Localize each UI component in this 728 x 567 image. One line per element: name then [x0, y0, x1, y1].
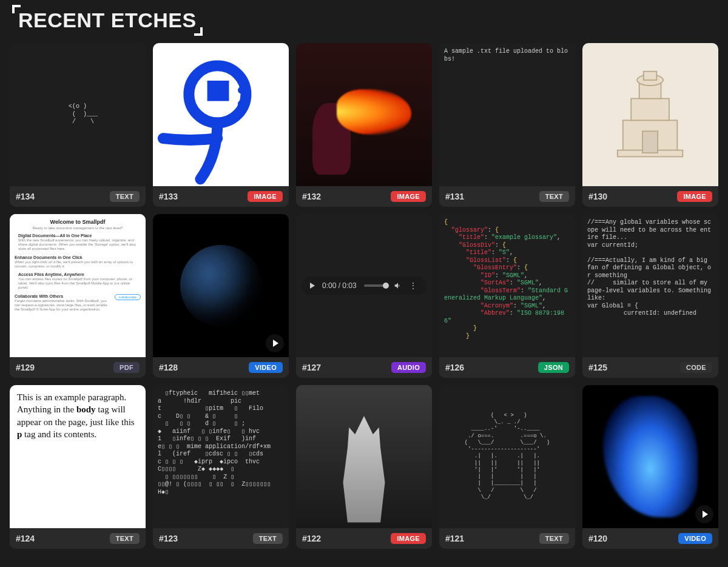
type-badge: JSON: [538, 362, 569, 373]
etch-id: #131: [445, 192, 464, 201]
more-icon[interactable]: ⋮: [410, 281, 418, 290]
type-badge: IMAGE: [248, 191, 283, 202]
text-preview: ▯ftypheic mif1heic ▯▯met a !hdlr pic t ▯…: [153, 385, 289, 528]
svg-rect-6: [632, 98, 670, 120]
etch-thumbnail: Welcome to Smallpdf Ready to take docume…: [10, 214, 146, 357]
type-badge: IMAGE: [677, 191, 712, 202]
corner-decoration-br: [194, 27, 203, 36]
etch-id: #129: [16, 363, 35, 372]
type-badge: TEXT: [539, 191, 569, 202]
etch-footer: #126 JSON: [439, 357, 575, 378]
etch-id: #124: [16, 534, 35, 543]
etch-id: #123: [159, 534, 178, 543]
etch-thumbnail: [153, 214, 289, 357]
etch-card[interactable]: #130 IMAGE: [582, 43, 718, 207]
page-title: RECENT ETCHES: [18, 8, 197, 32]
etch-thumbnail: [582, 385, 718, 528]
etch-card[interactable]: #122 IMAGE: [296, 385, 432, 549]
etch-thumbnail: [153, 43, 289, 186]
etch-card[interactable]: { "glossary": { "title": "example glossa…: [439, 214, 575, 378]
etch-id: #128: [159, 363, 178, 372]
etch-footer: #124 TEXT: [10, 528, 146, 549]
etch-id: #120: [588, 534, 607, 543]
type-badge: VIDEO: [249, 362, 283, 373]
etch-footer: #123 TEXT: [153, 528, 289, 549]
fire-breather-image: [296, 43, 432, 186]
etch-thumbnail: [296, 43, 432, 186]
etch-id: #132: [302, 192, 321, 201]
audio-player[interactable]: 0:00 / 0:03 ⋮: [302, 277, 426, 295]
fox-image: [296, 385, 432, 528]
etch-id: #134: [16, 192, 35, 201]
type-badge: VIDEO: [678, 533, 712, 544]
play-icon[interactable]: [266, 334, 284, 352]
etch-footer: #122 IMAGE: [296, 528, 432, 549]
etch-footer: #127 AUDIO: [296, 357, 432, 378]
pdf-preview: Welcome to Smallpdf Ready to take docume…: [10, 214, 146, 357]
play-icon[interactable]: [695, 505, 713, 523]
svg-rect-9: [644, 71, 657, 79]
type-badge: PDF: [113, 362, 140, 373]
etch-card[interactable]: #120 VIDEO: [582, 385, 718, 549]
etch-card[interactable]: ( < > ) \_. _ ./ ____..-' '-..____ ./ o=…: [439, 385, 575, 549]
etch-footer: #133 IMAGE: [153, 186, 289, 207]
pdf-title: Welcome to Smallpdf: [15, 219, 141, 225]
etch-thumbnail: { "glossary": { "title": "example glossa…: [439, 214, 575, 357]
etch-footer: #121 TEXT: [439, 528, 575, 549]
etch-thumbnail: //===Any global variables whose scope wi…: [582, 214, 718, 357]
svg-rect-1: [207, 81, 229, 101]
etch-card[interactable]: A sample .txt file uploaded to blobs! #1…: [439, 43, 575, 207]
etch-footer: #130 IMAGE: [582, 186, 718, 207]
etch-id: #121: [445, 534, 464, 543]
corner-decoration-tl: [12, 5, 21, 13]
type-badge: IMAGE: [391, 533, 426, 544]
etch-footer: #134 TEXT: [10, 186, 146, 207]
etch-thumbnail: A sample .txt file uploaded to blobs!: [439, 43, 575, 186]
text-preview: ( < > ) \_. _ ./ ____..-' '-..____ ./ o=…: [439, 385, 575, 528]
etch-id: #126: [445, 363, 464, 372]
etch-card[interactable]: This is an example paragraph. Anything i…: [10, 385, 146, 549]
etch-id: #130: [588, 192, 607, 201]
etch-card[interactable]: #128 VIDEO: [153, 214, 289, 378]
etch-id: #122: [302, 534, 321, 543]
etch-card[interactable]: #132 IMAGE: [296, 43, 432, 207]
svg-rect-10: [642, 131, 658, 153]
etch-card[interactable]: Welcome to Smallpdf Ready to take docume…: [10, 214, 146, 378]
etch-card[interactable]: ▯ftypheic mif1heic ▯▯met a !hdlr pic t ▯…: [153, 385, 289, 549]
code-preview: //===Any global variables whose scope wi…: [582, 214, 718, 357]
doodle-image: [153, 43, 289, 186]
text-preview: <(o ) ( )___ / \: [10, 43, 146, 186]
etch-id: #125: [588, 363, 607, 372]
etch-thumbnail: ( < > ) \_. _ ./ ____..-' '-..____ ./ o=…: [439, 385, 575, 528]
temple-image: [582, 43, 718, 186]
etch-footer: #132 IMAGE: [296, 186, 432, 207]
etch-card[interactable]: 0:00 / 0:03 ⋮ #127 AUDIO: [296, 214, 432, 378]
html-preview: This is an example paragraph. Anything i…: [10, 385, 146, 528]
type-badge: TEXT: [110, 533, 140, 544]
etch-thumbnail: ▯ftypheic mif1heic ▯▯met a !hdlr pic t ▯…: [153, 385, 289, 528]
volume-icon[interactable]: [394, 281, 402, 290]
pdf-subtitle: Ready to take document management to the…: [15, 226, 141, 230]
etch-footer: #131 TEXT: [439, 186, 575, 207]
json-preview: { "glossary": { "title": "example glossa…: [439, 214, 575, 357]
audio-time: 0:00 / 0:03: [322, 281, 357, 290]
etch-footer: #129 PDF: [10, 357, 146, 378]
type-badge: CODE: [680, 362, 712, 373]
etch-id: #133: [159, 192, 178, 201]
etch-thumbnail: <(o ) ( )___ / \: [10, 43, 146, 186]
text-preview: A sample .txt file uploaded to blobs!: [439, 43, 575, 186]
etch-grid: <(o ) ( )___ / \ #134 TEXT: [10, 43, 718, 549]
type-badge: IMAGE: [391, 191, 426, 202]
etch-thumbnail: [582, 43, 718, 186]
audio-seek[interactable]: [364, 284, 386, 287]
etch-card[interactable]: //===Any global variables whose scope wi…: [582, 214, 718, 378]
page-header: RECENT ETCHES: [18, 8, 197, 32]
play-icon[interactable]: [310, 283, 315, 289]
type-badge: AUDIO: [391, 362, 426, 373]
type-badge: TEXT: [110, 191, 140, 202]
etch-card[interactable]: #133 IMAGE: [153, 43, 289, 207]
etch-thumbnail: [296, 385, 432, 528]
etch-footer: #128 VIDEO: [153, 357, 289, 378]
etch-card[interactable]: <(o ) ( )___ / \ #134 TEXT: [10, 43, 146, 207]
type-badge: TEXT: [253, 533, 283, 544]
